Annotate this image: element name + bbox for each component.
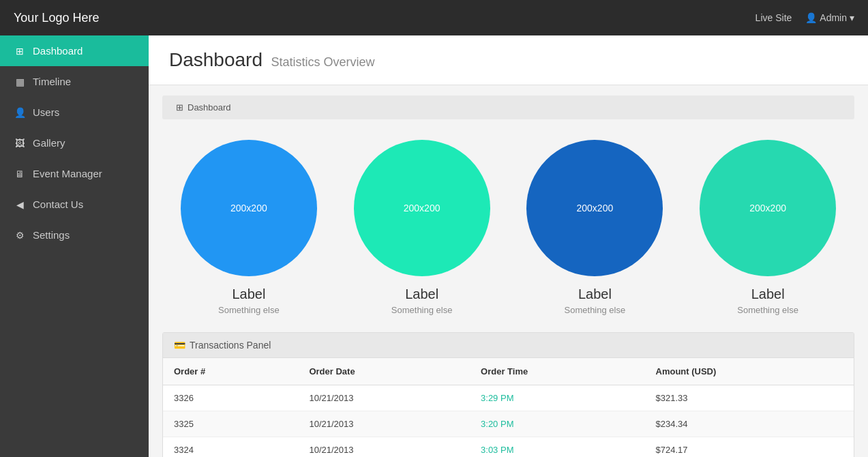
col-amount: Amount (USD): [645, 358, 854, 385]
sidebar-item-label: Event Manager: [33, 168, 102, 179]
admin-icon: 👤: [805, 12, 817, 23]
transactions-table: Order # Order Date Order Time Amount (US…: [163, 358, 854, 457]
navbar-brand: Your Logo Here: [14, 11, 99, 25]
page-header: Dashboard Statistics Overview: [149, 35, 868, 85]
sidebar-item-gallery[interactable]: 🖼 Gallery: [0, 128, 149, 158]
page-subtitle: Statistics Overview: [271, 55, 374, 69]
cell-amount: $724.17: [645, 437, 854, 458]
cell-time: 3:03 PM: [470, 437, 644, 458]
cell-order: 3324: [163, 437, 298, 458]
cell-date: 10/21/2013: [298, 385, 470, 411]
circle-3: 200x200: [526, 140, 663, 276]
cell-order: 3326: [163, 385, 298, 411]
cell-amount: $234.34: [645, 411, 854, 437]
navbar-right: Live Site 👤 Admin ▾: [755, 12, 854, 23]
cell-time: 3:20 PM: [470, 411, 644, 437]
circle-size-label: 200x200: [577, 203, 614, 213]
panel-header: 💳 Transactions Panel: [163, 333, 854, 358]
circle-item-2: 200x200 Label Something else: [335, 140, 509, 315]
circle-1: 200x200: [181, 140, 317, 276]
admin-label: Admin: [820, 12, 847, 23]
gallery-icon: 🖼: [14, 138, 26, 149]
sidebar-item-label: Settings: [33, 229, 70, 241]
table-row: 3325 10/21/2013 3:20 PM $234.34: [163, 411, 854, 437]
main-content: Dashboard Statistics Overview ⊞ Dashboar…: [149, 35, 868, 457]
sidebar-item-settings[interactable]: ⚙ Settings: [0, 220, 149, 250]
circle-sublabel-1: Something else: [218, 305, 280, 315]
sidebar-item-label: Dashboard: [33, 45, 83, 57]
dashboard-icon: ⊞: [14, 46, 26, 57]
col-time: Order Time: [470, 358, 644, 385]
table-row: 3326 10/21/2013 3:29 PM $321.33: [163, 385, 854, 411]
circle-item-4: 200x200 Label Something else: [681, 140, 854, 315]
cell-order: 3325: [163, 411, 298, 437]
circle-size-label: 200x200: [404, 203, 440, 213]
admin-menu[interactable]: 👤 Admin ▾: [805, 12, 854, 23]
col-date: Order Date: [298, 358, 470, 385]
circles-section: 200x200 Label Something else 200x200 Lab…: [149, 126, 868, 322]
sidebar-item-contact-us[interactable]: ◀ Contact Us: [0, 189, 149, 220]
chevron-down-icon: ▾: [850, 12, 854, 23]
transactions-panel: 💳 Transactions Panel Order # Order Date …: [162, 332, 854, 457]
sidebar-item-label: Gallery: [33, 137, 65, 149]
circle-label-2: Label: [405, 286, 438, 302]
timeline-icon: ▦: [14, 76, 26, 87]
users-icon: 👤: [14, 107, 26, 118]
cell-date: 10/21/2013: [298, 411, 470, 437]
table-header-row: Order # Order Date Order Time Amount (US…: [163, 358, 854, 385]
col-order: Order #: [163, 358, 298, 385]
sidebar-item-timeline[interactable]: ▦ Timeline: [0, 66, 149, 97]
navbar: Your Logo Here Live Site 👤 Admin ▾: [0, 0, 868, 35]
cell-date: 10/21/2013: [298, 437, 470, 458]
circle-4: 200x200: [700, 140, 836, 276]
event-manager-icon: 🖥: [14, 168, 26, 179]
cell-amount: $321.33: [645, 385, 854, 411]
breadcrumb-icon: ⊞: [176, 102, 183, 113]
page-title: Dashboard: [169, 49, 263, 70]
circle-size-label: 200x200: [749, 203, 786, 213]
circle-item-1: 200x200 Label Something else: [162, 140, 335, 315]
circle-label-1: Label: [232, 286, 265, 302]
circle-label-3: Label: [578, 286, 612, 302]
circle-sublabel-4: Something else: [737, 305, 798, 315]
breadcrumb: ⊞ Dashboard: [162, 95, 854, 119]
circle-sublabel-2: Something else: [391, 305, 453, 315]
circle-label-4: Label: [751, 286, 785, 302]
settings-icon: ⚙: [14, 230, 26, 241]
panel-title: Transactions Panel: [190, 340, 271, 351]
cell-time: 3:29 PM: [470, 385, 644, 411]
live-site-link[interactable]: Live Site: [755, 12, 792, 23]
sidebar-item-users[interactable]: 👤 Users: [0, 97, 149, 128]
circle-2: 200x200: [354, 140, 490, 276]
sidebar-item-event-manager[interactable]: 🖥 Event Manager: [0, 158, 149, 189]
circle-sublabel-3: Something else: [565, 305, 626, 315]
contact-icon: ◀: [14, 199, 26, 210]
layout: ⊞ Dashboard ▦ Timeline 👤 Users 🖼 Gallery…: [0, 35, 868, 457]
sidebar: ⊞ Dashboard ▦ Timeline 👤 Users 🖼 Gallery…: [0, 35, 149, 457]
circle-item-3: 200x200 Label Something else: [509, 140, 682, 315]
table-row: 3324 10/21/2013 3:03 PM $724.17: [163, 437, 854, 458]
sidebar-item-label: Contact Us: [33, 198, 83, 210]
transactions-icon: 💳: [174, 340, 185, 351]
sidebar-item-label: Timeline: [33, 76, 71, 87]
sidebar-item-label: Users: [33, 106, 59, 118]
circle-size-label: 200x200: [230, 203, 267, 213]
breadcrumb-label: Dashboard: [188, 102, 231, 113]
sidebar-item-dashboard[interactable]: ⊞ Dashboard: [0, 35, 149, 66]
